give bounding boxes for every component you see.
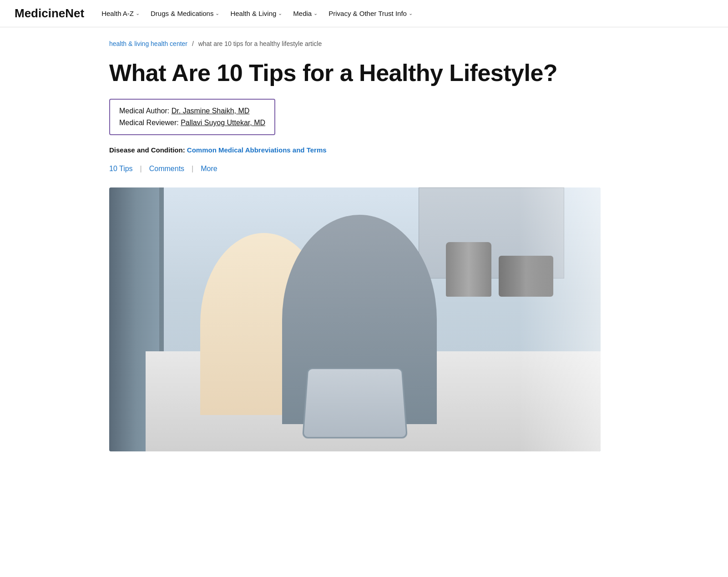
breadcrumb: health & living health center / what are… — [109, 40, 619, 47]
nav-item-privacy[interactable]: Privacy & Other Trust Info ⌄ — [324, 7, 417, 20]
nav-item-health-az[interactable]: Health A-Z ⌄ — [97, 7, 144, 20]
author-line: Medical Author: Dr. Jasmine Shaikh, MD — [119, 107, 265, 115]
nav-item-health-living[interactable]: Health & Living ⌄ — [226, 7, 287, 20]
kettle — [446, 242, 491, 297]
author-label: Medical Author: — [119, 107, 169, 115]
disease-label: Disease and Condition: — [109, 146, 185, 154]
disease-link[interactable]: Common Medical Abbreviations and Terms — [187, 146, 327, 154]
article-image — [109, 187, 601, 451]
tab-more[interactable]: More — [201, 163, 217, 175]
site-logo[interactable]: MedicineNet — [15, 6, 84, 20]
window-light — [519, 187, 601, 451]
tablet-device — [302, 368, 408, 439]
chevron-down-icon: ⌄ — [409, 10, 413, 16]
author-box: Medical Author: Dr. Jasmine Shaikh, MD M… — [109, 99, 275, 135]
tab-comments[interactable]: Comments — [149, 163, 184, 175]
breadcrumb-link[interactable]: health & living health center — [109, 40, 187, 47]
main-content: health & living health center / what are… — [91, 27, 637, 464]
chevron-down-icon: ⌄ — [278, 10, 282, 16]
chevron-down-icon: ⌄ — [313, 10, 318, 16]
tab-separator-2: | — [192, 165, 193, 173]
tab-separator-1: | — [140, 165, 142, 173]
chevron-down-icon: ⌄ — [215, 10, 219, 16]
reviewer-line: Medical Reviewer: Pallavi Suyog Uttekar,… — [119, 119, 265, 127]
breadcrumb-separator: / — [192, 40, 194, 47]
reviewer-label: Medical Reviewer: — [119, 119, 179, 127]
tab-10-tips[interactable]: 10 Tips — [109, 163, 133, 175]
main-nav: MedicineNet Health A-Z ⌄ Drugs & Medicat… — [0, 0, 728, 27]
disease-line: Disease and Condition: Common Medical Ab… — [109, 146, 619, 154]
reviewer-link[interactable]: Pallavi Suyog Uttekar, MD — [181, 119, 265, 127]
kitchen-scene-bg — [109, 187, 601, 451]
chevron-down-icon: ⌄ — [136, 10, 140, 16]
article-title: What Are 10 Tips for a Healthy Lifestyle… — [109, 60, 619, 86]
nav-items: Health A-Z ⌄ Drugs & Medications ⌄ Healt… — [97, 7, 417, 20]
tab-nav: 10 Tips | Comments | More — [109, 163, 619, 175]
nav-item-drugs[interactable]: Drugs & Medications ⌄ — [146, 7, 224, 20]
author-link[interactable]: Dr. Jasmine Shaikh, MD — [172, 107, 250, 115]
nav-item-media[interactable]: Media ⌄ — [288, 7, 322, 20]
breadcrumb-current: what are 10 tips for a healthy lifestyle… — [198, 40, 322, 47]
